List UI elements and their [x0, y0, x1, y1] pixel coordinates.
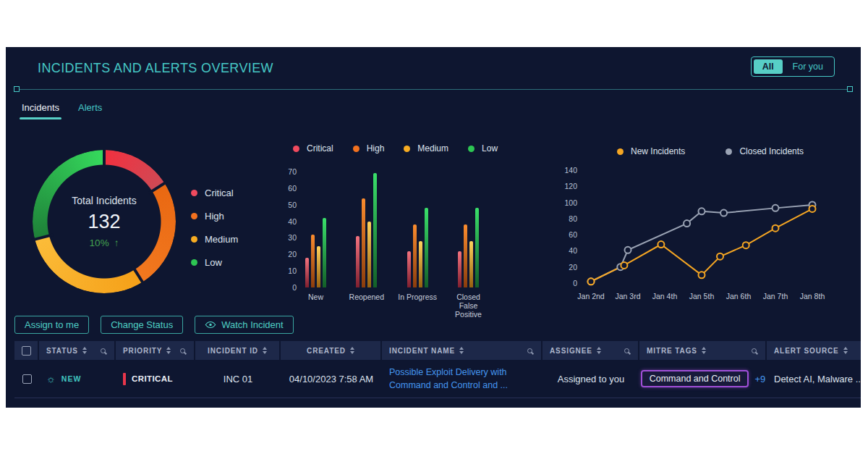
data-point — [720, 210, 727, 217]
assign-to-me-button[interactable]: Assign to me — [14, 316, 89, 334]
legend-item-critical[interactable]: Critical — [191, 188, 238, 198]
y-tick-label: 10 — [288, 267, 297, 274]
column-header-mitre-tags[interactable]: MITRE TAGS — [639, 341, 767, 360]
donut-title: Total Incidents — [72, 195, 137, 206]
toggle-all-button[interactable]: All — [754, 59, 783, 74]
legend-label: High — [205, 211, 224, 222]
eye-icon — [205, 321, 216, 329]
legend-label: New Incidents — [631, 146, 685, 156]
legend-dot — [191, 213, 197, 219]
column-header-incident-name[interactable]: INCIDENT NAME — [382, 341, 542, 360]
sort-icon[interactable] — [82, 347, 87, 354]
bar-group-4 — [458, 172, 479, 287]
search-icon[interactable] — [624, 348, 629, 353]
search-icon[interactable] — [752, 348, 757, 353]
sort-icon[interactable] — [597, 347, 601, 354]
sort-up-arrow — [166, 347, 171, 350]
legend-item-high[interactable]: High — [191, 211, 238, 222]
sort-icon[interactable] — [350, 347, 354, 354]
alert-source-cell: Detect AI, Malware ... — [767, 374, 861, 384]
resize-handle-right[interactable] — [847, 86, 853, 92]
tab-alerts[interactable]: Alerts — [78, 102, 102, 119]
column-header-incident-id[interactable]: INCIDENT ID — [195, 341, 281, 360]
x-tick-label: Jan 8th — [800, 292, 825, 300]
watch-incident-button[interactable]: Watch Incident — [195, 316, 294, 334]
search-icon[interactable] — [180, 348, 185, 353]
column-header-priority[interactable]: PRIORITY — [116, 341, 195, 360]
sort-down-arrow — [263, 351, 267, 354]
row-checkbox[interactable] — [22, 374, 32, 384]
legend-dot — [617, 148, 624, 155]
legend-item-low[interactable]: Low — [191, 257, 238, 268]
row-checkbox-cell — [14, 374, 39, 384]
tab-alerts-label: Alerts — [78, 102, 102, 113]
priority-severity-bar — [123, 373, 126, 385]
legend-label: Medium — [417, 143, 448, 154]
y-tick-label: 40 — [288, 218, 297, 225]
legend-item-closed-incidents[interactable]: Closed Incidents — [726, 146, 804, 156]
legend-item-new-incidents[interactable]: New Incidents — [617, 146, 685, 156]
legend-item-medium[interactable]: Medium — [191, 234, 238, 245]
sort-icon[interactable] — [166, 347, 171, 354]
mitre-more-count[interactable]: +9 — [754, 374, 765, 384]
incident-row[interactable]: ☼ NEW CRITICAL INC 01 04/10/2023 7:58 AM… — [14, 360, 861, 398]
y-tick-label: 120 — [564, 182, 577, 190]
created-cell: 04/10/2023 7:58 AM — [281, 374, 382, 384]
sort-icon[interactable] — [702, 347, 706, 354]
column-header-select-all[interactable] — [14, 341, 39, 360]
page-title: INCIDENTS AND ALERTS OVERVIEW — [38, 61, 273, 76]
data-point — [621, 262, 627, 269]
data-point — [717, 253, 723, 260]
select-all-checkbox[interactable] — [22, 346, 31, 356]
sort-icon[interactable] — [459, 347, 464, 354]
column-header-assignee[interactable]: ASSIGNEE — [542, 341, 639, 360]
y-tick-label: 70 — [288, 168, 297, 175]
y-tick-label: 0 — [573, 279, 577, 287]
toggle-for-you-button[interactable]: For you — [784, 59, 832, 74]
tab-incidents-label: Incidents — [22, 102, 59, 113]
column-header-created[interactable]: CREATED — [281, 341, 382, 360]
x-tick-label: Jan 5th — [689, 292, 714, 300]
bar-low — [475, 208, 479, 287]
sort-icon[interactable] — [263, 347, 267, 354]
mitre-tags-cell: Command and Control +9 — [639, 370, 767, 387]
line-series-closed-incidents — [591, 205, 812, 282]
sort-down-arrow — [843, 351, 848, 354]
column-header-status[interactable]: STATUS — [39, 341, 116, 360]
legend-item-low[interactable]: Low — [468, 143, 498, 154]
line-chart-y-axis: 140120100806040200 — [554, 167, 577, 287]
column-label: INCIDENT ID — [208, 347, 258, 355]
change-status-button[interactable]: Change Status — [101, 316, 183, 334]
bar-medium — [419, 241, 422, 287]
bar-medium — [367, 222, 371, 287]
bar-medium — [317, 246, 320, 287]
tab-incidents[interactable]: Incidents — [22, 102, 59, 119]
column-label: CREATED — [307, 347, 346, 355]
legend-item-medium[interactable]: Medium — [404, 143, 448, 154]
watch-incident-label: Watch Incident — [221, 319, 284, 330]
y-tick-label: 40 — [569, 247, 577, 254]
column-label: ALERT SOURCE — [774, 347, 839, 355]
resize-handle-left[interactable] — [14, 86, 20, 92]
search-icon[interactable] — [101, 348, 106, 353]
sort-icon[interactable] — [843, 347, 848, 354]
incident-name-link-continued[interactable]: Command and Control and ... — [389, 380, 508, 390]
donut-center: Total Incidents 132 10% ↑ — [33, 150, 176, 293]
search-icon[interactable] — [527, 348, 532, 353]
data-point — [773, 225, 779, 232]
line-series-new-incidents — [591, 209, 812, 281]
legend-item-critical[interactable]: Critical — [293, 143, 333, 154]
incidents-table-header: STATUSPRIORITYINCIDENT IDCREATEDINCIDENT… — [14, 341, 861, 360]
legend-dot — [293, 146, 299, 152]
legend-label: Medium — [205, 234, 238, 245]
incident-name-link[interactable]: Possible Exploit Delivery with — [389, 367, 507, 377]
x-tick-label: Jan 3rd — [615, 292, 640, 300]
mitre-tag-chip[interactable]: Command and Control — [641, 370, 749, 387]
column-label: STATUS — [46, 347, 78, 355]
data-point — [658, 241, 664, 248]
total-incidents-donut: Total Incidents 132 10% ↑ — [33, 150, 176, 293]
status-cell: ☼ NEW — [39, 374, 116, 384]
legend-item-high[interactable]: High — [353, 143, 385, 154]
column-header-alert-source[interactable]: ALERT SOURCE — [767, 341, 861, 360]
bar-group-2 — [356, 172, 377, 287]
